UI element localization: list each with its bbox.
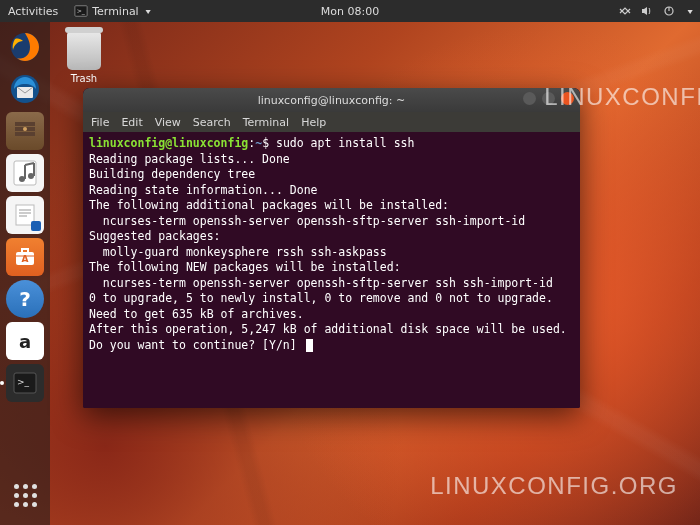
output-line: The following additional packages will b…: [89, 198, 449, 212]
chevron-down-icon: ▾: [145, 7, 150, 16]
output-line: After this operation, 5,247 kB of additi…: [89, 322, 567, 336]
dock-item-amazon[interactable]: a: [6, 322, 44, 360]
terminal-output[interactable]: linuxconfig@linuxconfig:~$ sudo apt inst…: [83, 132, 580, 408]
svg-rect-14: [16, 205, 34, 225]
output-line: Reading package lists... Done: [89, 152, 290, 166]
dock: A ? a >_: [0, 22, 50, 525]
terminal-icon: >_: [74, 4, 88, 18]
system-status-area[interactable]: ▾: [619, 5, 692, 17]
svg-rect-9: [15, 132, 35, 136]
svg-point-10: [23, 127, 27, 131]
output-line: Suggested packages:: [89, 229, 221, 243]
window-close-button[interactable]: [561, 92, 574, 105]
svg-text:A: A: [22, 254, 29, 264]
trash-desktop-icon[interactable]: Trash: [60, 32, 108, 84]
activities-button[interactable]: Activities: [8, 5, 58, 18]
menu-file[interactable]: File: [91, 116, 109, 129]
output-line: ncurses-term openssh-server openssh-sftp…: [89, 276, 553, 290]
svg-text:>_: >_: [77, 7, 86, 15]
chevron-down-icon: ▾: [687, 7, 692, 16]
dock-item-firefox[interactable]: [6, 28, 44, 66]
output-line: 0 to upgrade, 5 to newly install, 0 to r…: [89, 291, 553, 305]
clock[interactable]: Mon 08:00: [321, 5, 379, 18]
svg-rect-7: [15, 122, 35, 126]
menu-help[interactable]: Help: [301, 116, 326, 129]
output-line: molly-guard monkeysphere rssh ssh-askpas…: [89, 245, 387, 259]
top-bar: Activities >_ Terminal ▾ Mon 08:00 ▾: [0, 0, 700, 22]
output-line: Building dependency tree: [89, 167, 255, 181]
power-icon: [663, 5, 675, 17]
svg-text:>_: >_: [17, 377, 30, 387]
menu-edit[interactable]: Edit: [121, 116, 142, 129]
show-applications-button[interactable]: [0, 475, 50, 515]
dock-item-files[interactable]: [6, 112, 44, 150]
dock-item-help[interactable]: ?: [6, 280, 44, 318]
cursor: [306, 339, 313, 352]
window-title: linuxconfig@linuxconfig: ~: [258, 94, 406, 107]
dock-item-terminal[interactable]: >_: [6, 364, 44, 402]
menu-terminal[interactable]: Terminal: [243, 116, 290, 129]
output-line: Do you want to continue? [Y/n]: [89, 338, 304, 352]
window-maximize-button[interactable]: [542, 92, 555, 105]
terminal-window: linuxconfig@linuxconfig: ~ File Edit Vie…: [83, 88, 580, 408]
prompt-user: linuxconfig@linuxconfig: [89, 136, 248, 150]
dock-item-thunderbird[interactable]: [6, 70, 44, 108]
network-icon: [619, 5, 631, 17]
window-minimize-button[interactable]: [523, 92, 536, 105]
amazon-icon: a: [19, 331, 31, 352]
menu-view[interactable]: View: [155, 116, 181, 129]
apps-grid-icon: [14, 484, 37, 507]
dock-item-libreoffice-writer[interactable]: [6, 196, 44, 234]
menu-search[interactable]: Search: [193, 116, 231, 129]
volume-icon: [641, 5, 653, 17]
menu-bar: File Edit View Search Terminal Help: [83, 112, 580, 132]
trash-icon: [67, 32, 101, 70]
command-input: sudo apt install ssh: [276, 136, 414, 150]
question-icon: ?: [19, 287, 31, 311]
app-menu-label: Terminal: [92, 5, 139, 18]
output-line: The following NEW packages will be insta…: [89, 260, 401, 274]
dock-item-ubuntu-software[interactable]: A: [6, 238, 44, 276]
trash-label: Trash: [60, 73, 108, 84]
window-titlebar[interactable]: linuxconfig@linuxconfig: ~: [83, 88, 580, 112]
dock-item-rhythmbox[interactable]: [6, 154, 44, 192]
output-line: ncurses-term openssh-server openssh-sftp…: [89, 214, 525, 228]
app-menu[interactable]: >_ Terminal ▾: [74, 4, 150, 18]
output-line: Reading state information... Done: [89, 183, 317, 197]
output-line: Need to get 635 kB of archives.: [89, 307, 304, 321]
